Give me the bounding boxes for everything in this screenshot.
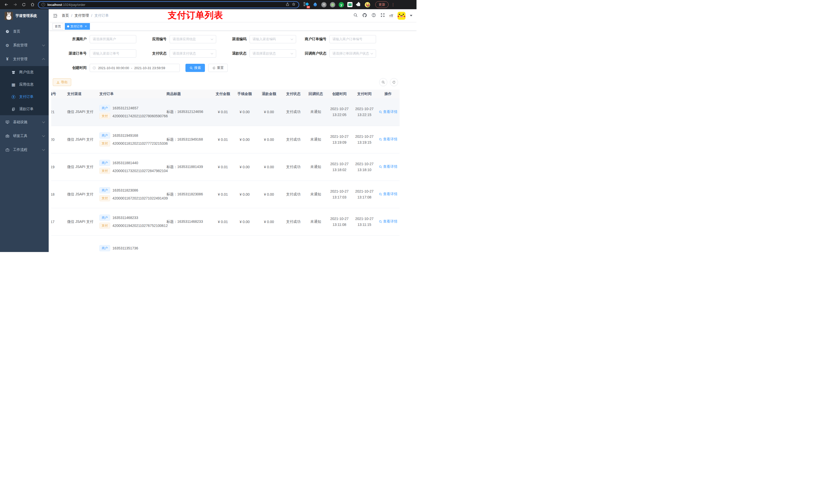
chevron-down-icon bbox=[42, 120, 45, 123]
browser-menu-icon[interactable] bbox=[391, 2, 395, 7]
tags-view-bar: 首页 支付订单 bbox=[49, 22, 416, 31]
pay-tag: 支付 bbox=[99, 113, 110, 119]
extension-y-icon[interactable] bbox=[339, 2, 344, 7]
channel-code-select[interactable]: 请输入渠道编码 bbox=[249, 35, 296, 43]
pay-channel: 微信 JSAPI 支付 bbox=[62, 181, 95, 208]
extensions-puzzle-icon[interactable] bbox=[356, 2, 361, 7]
extension-icon[interactable]: 10 bbox=[303, 2, 309, 7]
pay-status: 支付成功 bbox=[282, 208, 305, 235]
user-menu-caret-icon[interactable] bbox=[410, 15, 412, 16]
view-detail-link[interactable]: 查看详情 bbox=[379, 192, 398, 196]
extension-gray-icon[interactable] bbox=[330, 2, 335, 7]
site-info-icon[interactable] bbox=[42, 3, 45, 6]
chevron-down-icon bbox=[42, 148, 45, 150]
sidebar-item-pay-order[interactable]: 支付订单 bbox=[0, 91, 49, 103]
order-id: 20 bbox=[51, 126, 62, 153]
pay-tag: 支付 bbox=[99, 222, 110, 229]
app-logo bbox=[5, 12, 13, 20]
refund-status-select[interactable]: 请选择退款状态 bbox=[249, 49, 296, 57]
callback-status-select[interactable]: 请选择订单回调商户状态 bbox=[329, 49, 376, 57]
address-bar[interactable]: localhost:1024/pay/order bbox=[38, 1, 299, 8]
export-button[interactable]: 导出 bbox=[53, 78, 71, 86]
date-range-picker[interactable]: 2021-10-01 00:00:00 - 2021-10-31 23:59:5… bbox=[90, 64, 180, 72]
breadcrumb-payment[interactable]: 支付管理 bbox=[74, 13, 89, 18]
sidebar-item-system[interactable]: 系统管理 bbox=[0, 39, 49, 52]
fee-amount: ¥ 0.00 bbox=[233, 181, 256, 208]
filter-create-time: 创建时间 2021-10-01 00:00:00 - 2021-10-31 23… bbox=[61, 64, 180, 72]
paid-time: 2021-10-2713:19:15 bbox=[352, 126, 377, 153]
collapse-sidebar-icon[interactable] bbox=[53, 13, 57, 18]
sidebar-item-infrastructure[interactable]: 基础设施 bbox=[0, 115, 49, 129]
app-select[interactable]: 请选择应用信息 bbox=[170, 35, 216, 43]
reload-icon[interactable] bbox=[21, 1, 27, 8]
date-end: 2021-10-31 23:59:59 bbox=[134, 66, 165, 70]
home-icon[interactable] bbox=[29, 1, 36, 8]
browser-update-button[interactable]: 更新 bbox=[375, 1, 388, 8]
sidebar-item-home[interactable]: 首页 bbox=[0, 25, 49, 39]
col-order: 支付订单 bbox=[95, 90, 166, 98]
table-row: 18 微信 JSAPI 支付 商户1635311823086 支付4200001… bbox=[51, 181, 400, 208]
sidebar-item-app-info[interactable]: 应用信息 bbox=[0, 78, 49, 91]
pay-tag: 支付 bbox=[99, 168, 110, 174]
close-icon[interactable] bbox=[84, 23, 88, 29]
sidebar: 芋道管理系统 首页 系统管理 支付管理 bbox=[0, 9, 49, 252]
user-avatar[interactable] bbox=[398, 12, 405, 20]
github-icon[interactable] bbox=[362, 13, 367, 19]
content: 所属商户 请选择所属商户 应用编号 请选择应用信息 渠道编码 请输入渠道编码 商… bbox=[49, 31, 416, 252]
merchant-order-input[interactable]: 请输入商户订单编号 bbox=[329, 35, 376, 43]
tab-pay-order[interactable]: 支付订单 bbox=[65, 23, 90, 30]
fullscreen-icon[interactable] bbox=[380, 13, 385, 19]
view-detail-link[interactable]: 查看详情 bbox=[379, 110, 398, 114]
share-icon[interactable] bbox=[286, 2, 289, 7]
tab-home[interactable]: 首页 bbox=[52, 23, 63, 30]
merchant-tag: 商户 bbox=[99, 245, 110, 251]
table-row-partial: 商户1635311351736 bbox=[51, 235, 400, 252]
merchant-order-no: 1635311823086 bbox=[113, 188, 138, 192]
search-button[interactable]: 搜索 bbox=[186, 64, 205, 72]
grid-icon bbox=[11, 82, 16, 87]
col-channel: 支付渠道 bbox=[62, 90, 95, 98]
back-icon[interactable] bbox=[3, 1, 10, 8]
filter-channel-order: 渠道订单号 请输入渠道订单号 bbox=[61, 49, 141, 57]
merchant-tag: 商户 bbox=[99, 133, 110, 139]
sidebar-logo-row[interactable]: 芋道管理系统 bbox=[0, 9, 49, 23]
channel-order-input[interactable]: 请输入渠道订单号 bbox=[90, 49, 136, 57]
filter-app: 应用编号 请选择应用信息 bbox=[141, 35, 221, 43]
active-dot-icon bbox=[67, 25, 69, 27]
reset-button[interactable]: 重置 bbox=[208, 64, 228, 72]
view-detail-link[interactable]: 查看详情 bbox=[379, 137, 398, 142]
search-icon[interactable] bbox=[353, 13, 358, 19]
sidebar-item-dev-tools[interactable]: 研发工具 bbox=[0, 129, 49, 143]
pay-amount: ¥ 0.01 bbox=[213, 181, 233, 208]
pay-order-cell: 商户1635311823086 支付4200001167202110271022… bbox=[95, 181, 166, 208]
refund-amount: ¥ 0.00 bbox=[256, 208, 282, 235]
view-detail-link[interactable]: 查看详情 bbox=[379, 164, 398, 169]
refresh-button[interactable] bbox=[390, 78, 398, 86]
filter-row-3: 创建时间 2021-10-01 00:00:00 - 2021-10-31 23… bbox=[61, 64, 414, 72]
extension-kite-icon[interactable] bbox=[312, 2, 318, 7]
sidebar-item-workflow[interactable]: 工作流程 bbox=[0, 143, 49, 157]
order-id: 21 bbox=[51, 98, 62, 126]
chevron-down-icon bbox=[42, 43, 45, 46]
sidebar-item-merchant-info[interactable]: 商户信息 bbox=[0, 66, 49, 78]
pay-order-cell: 商户1635311881440 支付4200001173202110272847… bbox=[95, 153, 166, 181]
breadcrumb-home[interactable]: 首页 bbox=[62, 13, 69, 18]
sidebar-item-refund-order[interactable]: 退款订单 bbox=[0, 103, 49, 115]
product-title: 标题：1635312124656 bbox=[166, 98, 213, 126]
clock-icon bbox=[93, 66, 96, 70]
order-id: 19 bbox=[51, 153, 62, 181]
extension-chat-icon[interactable] bbox=[347, 2, 353, 7]
forward-icon[interactable] bbox=[12, 1, 19, 8]
filter-merchant-order: 商户订单编号 请输入商户订单编号 bbox=[301, 35, 381, 43]
help-icon[interactable] bbox=[372, 13, 376, 19]
sidebar-item-payment[interactable]: 支付管理 bbox=[0, 52, 49, 66]
font-size-icon[interactable] bbox=[389, 14, 393, 18]
pay-status-select[interactable]: 请选择支付状态 bbox=[170, 49, 216, 57]
search-toggle-button[interactable] bbox=[379, 78, 387, 86]
extension-command-icon[interactable] bbox=[321, 2, 327, 7]
owner-select[interactable]: 请选择所属商户 bbox=[90, 35, 136, 43]
bookmark-star-icon[interactable] bbox=[292, 2, 295, 7]
profile-avatar-icon[interactable] bbox=[365, 2, 370, 7]
view-detail-link[interactable]: 查看详情 bbox=[379, 219, 398, 224]
callback-status: 未通知 bbox=[305, 98, 327, 126]
